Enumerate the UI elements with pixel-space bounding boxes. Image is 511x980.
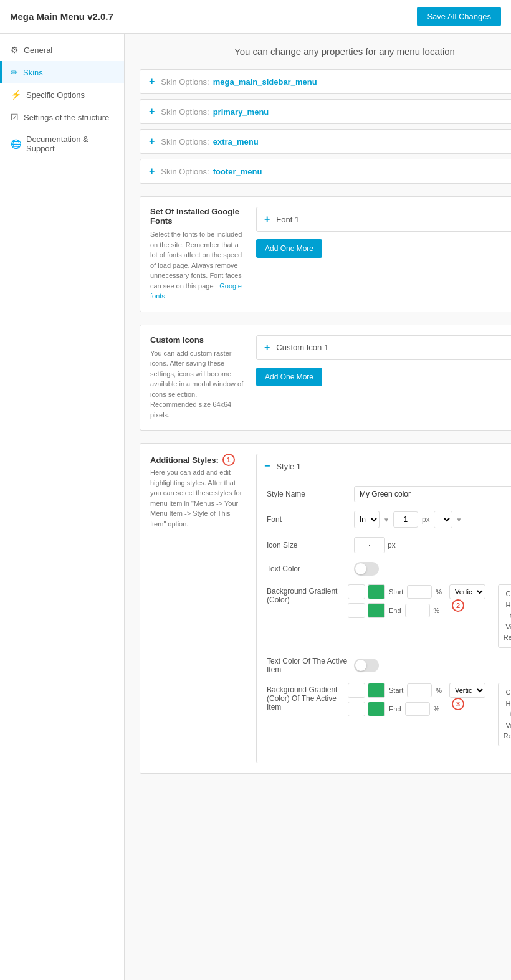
skin-expand-2[interactable]: + [149, 136, 155, 147]
bg-gradient-start-line: Start % [348, 584, 442, 599]
skin-row-2: + Skin Options: extra_menu [140, 129, 511, 154]
style-collapse-button[interactable]: − [264, 460, 270, 472]
font-unit-label: px [422, 515, 430, 524]
font-controls: In ▼ px ▼ [354, 511, 462, 528]
bg-gradient-end-percent[interactable] [405, 604, 430, 617]
custom-icons-section: Custom Icons You can add custom raster i… [140, 325, 511, 431]
skin-name-1: primary_menu [213, 107, 269, 117]
icon-size-unit-label: px [388, 541, 396, 549]
skin-name-2: extra_menu [213, 137, 259, 146]
layout: ⚙ General ✏ Skins ⚡ Specific Options ☑ S… [0, 34, 511, 980]
style-panel-header: − Style 1 ✕ [257, 454, 511, 478]
bg-gradient-active-label: Background Gradient (Color) Of The Activ… [267, 685, 337, 711]
icon-item-0: + Custom Icon 1 ✕ [256, 335, 511, 360]
bg-active-start-green-swatch[interactable] [368, 683, 385, 698]
bg-active-start-percent[interactable] [407, 683, 432, 697]
skin-expand-0[interactable]: + [149, 76, 155, 87]
custom-icons-heading: Custom Icons [150, 335, 244, 345]
bg-gradient-label: Background Gradient (Color) [267, 587, 337, 604]
text-color-active-toggle[interactable] [354, 659, 379, 672]
custom-icons-desc: You can add custom raster icons. After s… [150, 348, 244, 421]
sidebar-item-documentation[interactable]: 🌐 Documentation & Support [0, 128, 124, 159]
style-name-row: Style Name [267, 486, 511, 502]
bg-active-end-green-swatch[interactable] [368, 702, 385, 716]
google-fonts-heading: Set Of Installed Google Fonts [150, 207, 244, 226]
icon-size-row: Icon Size px [267, 537, 511, 553]
bg-gradient-active-row: Background Gradient (Color) Of The Activ… [267, 683, 511, 746]
sidebar-item-skins[interactable]: ✏ Skins [0, 61, 124, 83]
style-name-label: Style Name [267, 490, 348, 498]
bg-gradient-start-percent[interactable] [407, 585, 432, 599]
percent-sign-4: % [434, 705, 440, 713]
add-font-button[interactable]: Add One More [256, 239, 322, 258]
down-arrow-icon: ▼ [383, 516, 389, 523]
percent-sign-3: % [436, 687, 442, 694]
bg-active-start-white-swatch[interactable] [348, 683, 365, 698]
bg-gradient-active-colors: Start % [348, 683, 442, 716]
add-icon-button[interactable]: Add One More [256, 368, 322, 386]
font-style-select[interactable] [434, 511, 452, 528]
skin-label-1: Skin Options: [161, 107, 209, 117]
skin-row-3: + Skin Options: footer_menu [140, 159, 511, 184]
bg-gradient-end-white-swatch[interactable] [348, 603, 365, 618]
google-fonts-section: Set Of Installed Google Fonts Select the… [140, 196, 511, 312]
save-all-button[interactable]: Save All Changes [417, 7, 501, 26]
globe-icon: 🌐 [11, 139, 21, 149]
additional-styles-desc: Here you can add and edit highlighting s… [150, 467, 244, 529]
additional-styles-section: Additional Styles: 1 Here you can add an… [140, 443, 511, 774]
bg-gradient-end-line: End % [348, 603, 442, 618]
gear-icon: ⚙ [11, 45, 19, 55]
font-expand-0[interactable]: + [264, 214, 270, 225]
sidebar-item-settings-structure[interactable]: ☑ Settings of the structure [0, 106, 124, 128]
bg-gradient-start-green-swatch[interactable] [368, 584, 385, 599]
bg-gradient-start-white-swatch[interactable] [348, 584, 365, 599]
additional-styles-heading: Additional Styles: 1 [150, 454, 244, 466]
text-color-active-label: Text Color Of The Active Item [267, 657, 348, 674]
icon-size-input[interactable] [354, 537, 385, 553]
font-size-input[interactable] [393, 511, 418, 528]
bg-active-start-label: Start [389, 687, 403, 694]
skin-expand-1[interactable]: + [149, 106, 155, 117]
click-here-result-1[interactable]: ClickHeretoViewResult [498, 584, 511, 648]
bg-active-end-percent[interactable] [405, 702, 430, 716]
font-row: Font In ▼ px [267, 511, 511, 528]
bg-active-direction[interactable]: Vertic [449, 683, 485, 698]
bg-gradient-start-label: Start [389, 588, 403, 596]
app-title: Mega Main Menu v2.0.7 [10, 11, 113, 22]
skin-name-0: mega_main_sidebar_menu [213, 77, 317, 87]
text-color-row: Text Color [267, 562, 511, 576]
sidebar-item-general[interactable]: ⚙ General [0, 39, 124, 61]
text-color-label: Text Color [267, 564, 348, 573]
percent-sign-1: % [436, 588, 442, 596]
skin-label-3: Skin Options: [161, 167, 209, 176]
icon-size-label: Icon Size [267, 541, 348, 549]
sidebar-item-specific-options[interactable]: ⚡ Specific Options [0, 83, 124, 106]
click-here-result-2[interactable]: ClickHeretoViewResult [498, 683, 511, 746]
skin-label-2: Skin Options: [161, 137, 209, 146]
icon-name-0: Custom Icon 1 [276, 343, 511, 352]
bg-gradient-colors: Start % [348, 584, 442, 618]
sidebar-item-label: Specific Options [26, 90, 85, 100]
sidebar: ⚙ General ✏ Skins ⚡ Specific Options ☑ S… [0, 34, 125, 980]
skin-label-0: Skin Options: [161, 77, 209, 87]
additional-styles-badge: 1 [222, 454, 235, 466]
bg-active-num-badge: 3 [452, 698, 464, 710]
main-title: You can change any properties for any me… [140, 46, 511, 57]
skin-row-0: + Skin Options: mega_main_sidebar_menu [140, 69, 511, 94]
bg-gradient-row: Background Gradient (Color) [267, 584, 511, 648]
google-fonts-desc: Select the fonts to be included on the s… [150, 229, 244, 302]
font-family-select[interactable]: In [354, 511, 380, 528]
bg-gradient-end-label: End [389, 607, 401, 614]
sidebar-item-label: General [24, 45, 52, 55]
style-name-input[interactable] [354, 486, 511, 502]
font-label: Font [267, 515, 348, 524]
bg-gradient-direction[interactable]: Vertic [449, 584, 485, 599]
skin-expand-3[interactable]: + [149, 166, 155, 177]
text-color-active-row: Text Color Of The Active Item [267, 657, 511, 674]
check-icon: ☑ [11, 112, 19, 122]
bg-gradient-end-green-swatch[interactable] [368, 603, 385, 618]
text-color-toggle[interactable] [354, 562, 379, 576]
bg-active-end-white-swatch[interactable] [348, 702, 365, 716]
bg-gradient-active-end-line: End % [348, 702, 442, 716]
icon-expand-0[interactable]: + [264, 342, 270, 353]
